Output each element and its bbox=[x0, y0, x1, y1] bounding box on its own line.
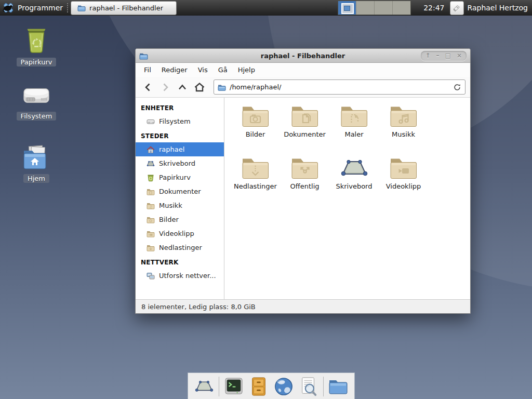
sidebar-item-label: Dokumenter bbox=[159, 188, 201, 195]
window-title: raphael - Filbehandler bbox=[136, 52, 470, 60]
terminal-launcher[interactable] bbox=[223, 376, 244, 397]
search-launcher[interactable] bbox=[298, 376, 319, 397]
forward-button[interactable] bbox=[157, 80, 173, 95]
minimize-button[interactable]: – bbox=[436, 51, 440, 60]
trash-icon bbox=[147, 174, 155, 182]
shade-button[interactable]: ↑ bbox=[425, 51, 431, 60]
file-item-musikk[interactable]: Musikk bbox=[379, 104, 428, 156]
desktop: Programmer raphael - Filbehandler 22:47 bbox=[0, 0, 532, 399]
folder-icon bbox=[77, 4, 86, 11]
sidebar-item-filesystem[interactable]: Filsystem bbox=[136, 114, 224, 128]
sidebar-item-downloads[interactable]: Nedlastinger bbox=[136, 241, 224, 255]
menu-help[interactable]: Hjelp bbox=[233, 63, 260, 76]
menu-view[interactable]: Vis bbox=[193, 63, 213, 76]
workspace-1[interactable] bbox=[338, 1, 356, 15]
sidebar-header-devices: ENHETER bbox=[136, 100, 224, 114]
sidebar-item-browse-network[interactable]: Utforsk nettver... bbox=[136, 269, 224, 283]
folder-publicshare-icon bbox=[290, 156, 320, 181]
drive-icon bbox=[147, 117, 155, 126]
home-button[interactable] bbox=[192, 80, 207, 95]
sidebar: ENHETER Filsystem STEDER bbox=[136, 98, 224, 299]
close-button[interactable]: × bbox=[457, 51, 462, 60]
globe-icon bbox=[274, 377, 294, 396]
sidebar-item-label: Bilder bbox=[159, 216, 179, 223]
statusbar: 8 ielementer, Ledig plass: 8,0 GiB bbox=[136, 299, 470, 313]
file-label: Musikk bbox=[392, 130, 415, 138]
maximize-button[interactable]: □ bbox=[445, 51, 451, 60]
folder-icon bbox=[147, 188, 155, 195]
network-icon bbox=[147, 272, 155, 280]
drive-icon bbox=[20, 82, 52, 109]
clock[interactable]: 22:47 bbox=[423, 4, 444, 12]
desktop-icon-label: Papirkurv bbox=[17, 58, 57, 66]
file-item-videoklipp[interactable]: Videoklipp bbox=[379, 156, 428, 208]
bottom-dock bbox=[188, 373, 355, 399]
user-name[interactable]: Raphael Hertzog bbox=[468, 4, 528, 12]
file-label: Bilder bbox=[246, 130, 265, 138]
sidebar-item-pictures[interactable]: Bilder bbox=[136, 212, 224, 227]
status-text: 8 ielementer, Ledig plass: 8,0 GiB bbox=[141, 303, 256, 311]
menu-edit[interactable]: Rediger bbox=[156, 63, 193, 76]
titlebar[interactable]: raphael - Filbehandler ↑ – □ × bbox=[136, 49, 470, 63]
taskbar-window-button[interactable]: raphael - Filbehandler bbox=[71, 1, 177, 15]
sidebar-item-label: Utforsk nettver... bbox=[159, 272, 216, 280]
menu-go[interactable]: Gå bbox=[213, 63, 233, 76]
dock-separator bbox=[219, 377, 219, 396]
file-label: Dokumenter bbox=[284, 130, 326, 138]
desktop-icon-home[interactable]: Hjem bbox=[10, 144, 62, 183]
show-desktop-button[interactable] bbox=[194, 376, 215, 397]
applications-menu-label: Programmer bbox=[18, 4, 63, 12]
file-cabinet-icon bbox=[250, 377, 268, 396]
menu-file[interactable]: Fil bbox=[139, 63, 156, 76]
back-button[interactable] bbox=[140, 80, 156, 95]
workspace-2[interactable] bbox=[356, 1, 375, 15]
sidebar-item-raphael[interactable]: raphael bbox=[136, 142, 224, 156]
file-item-bilder[interactable]: Bilder bbox=[231, 104, 280, 156]
file-view[interactable]: Bilder bbox=[224, 98, 470, 299]
file-item-dokumenter[interactable]: Dokumenter bbox=[280, 104, 329, 156]
desktop-icon bbox=[147, 159, 155, 168]
reload-button[interactable] bbox=[453, 83, 461, 91]
workspace-switcher bbox=[338, 1, 411, 15]
desktop-icon-filesystem[interactable]: Filsystem bbox=[10, 82, 62, 121]
desktop-icon-label: Filsystem bbox=[17, 112, 57, 121]
location-bar[interactable]: /home/raphael/ bbox=[214, 79, 466, 95]
trash-icon bbox=[20, 25, 52, 55]
file-manager-window: raphael - Filbehandler ↑ – □ × Fil Redig… bbox=[135, 48, 471, 314]
file-item-offentlig[interactable]: Offentlig bbox=[280, 156, 329, 208]
terminal-icon bbox=[224, 377, 244, 396]
session-action-button[interactable] bbox=[450, 1, 464, 15]
toolbar: /home/raphael/ bbox=[136, 77, 470, 98]
file-label: Videoklipp bbox=[386, 182, 421, 190]
panel-grip-separator bbox=[67, 3, 68, 12]
file-label: Maler bbox=[344, 130, 363, 138]
home-icon bbox=[147, 145, 155, 154]
sidebar-item-desktop[interactable]: Skrivebord bbox=[136, 156, 224, 170]
desktop-icon bbox=[340, 156, 369, 181]
applications-menu-button[interactable]: Programmer bbox=[0, 0, 67, 16]
file-item-maler[interactable]: Maler bbox=[329, 104, 379, 156]
location-path[interactable]: /home/raphael/ bbox=[230, 83, 281, 91]
file-cabinet-launcher[interactable] bbox=[248, 376, 269, 397]
file-item-nedlastinger[interactable]: Nedlastinger bbox=[231, 156, 280, 208]
window-body: ENHETER Filsystem STEDER bbox=[136, 98, 470, 299]
document-search-icon bbox=[299, 377, 318, 396]
sidebar-item-label: Videoklipp bbox=[159, 230, 194, 237]
folder-downloads-icon bbox=[241, 156, 270, 181]
sidebar-item-trash[interactable]: Papirkurv bbox=[136, 170, 224, 184]
sidebar-item-videos[interactable]: Videoklipp bbox=[136, 227, 224, 241]
up-button[interactable] bbox=[175, 80, 190, 95]
web-browser-launcher[interactable] bbox=[273, 376, 294, 397]
desktop-icon-trash[interactable]: Papirkurv bbox=[10, 25, 62, 66]
workspace-3[interactable] bbox=[375, 1, 393, 15]
sidebar-item-label: raphael bbox=[159, 145, 184, 153]
sidebar-item-documents[interactable]: Dokumenter bbox=[136, 184, 224, 198]
file-manager-launcher[interactable] bbox=[328, 376, 349, 397]
file-item-skrivebord[interactable]: Skrivebord bbox=[329, 156, 379, 208]
workspace-mini-window bbox=[341, 3, 354, 14]
folder-music-icon bbox=[389, 104, 418, 129]
workspace-4[interactable] bbox=[393, 1, 410, 15]
file-label: Offentlig bbox=[290, 182, 320, 190]
sidebar-item-music[interactable]: ♫ Musikk bbox=[136, 198, 224, 212]
folder-videos-icon bbox=[389, 156, 418, 181]
